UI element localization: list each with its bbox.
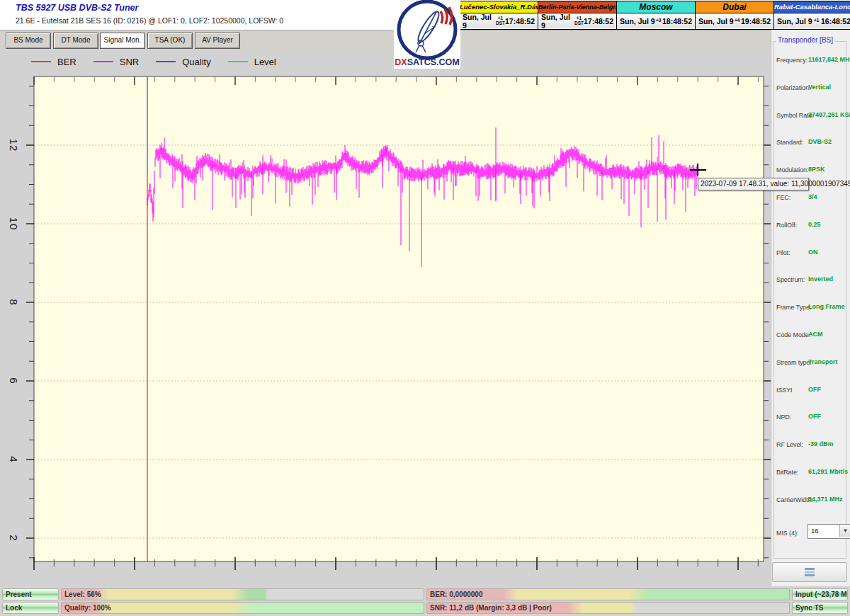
clock-lucenec: Lučenec-Slovakia_R.Dávid Sun, Jul 9 +1DS… [460, 1, 538, 29]
clock-hms: 18:48:52 [662, 17, 692, 25]
tp-row-frame-type: Frame Type:Long Frame [776, 298, 847, 326]
snr-time-plot[interactable] [0, 50, 771, 586]
tab-av-player[interactable]: AV Player [195, 33, 240, 49]
mis-select[interactable]: 16 ▼ [808, 524, 850, 539]
tab-bs-mode[interactable]: BS Mode [6, 33, 51, 49]
tp-row-fec: FEC:3/4 [776, 188, 847, 216]
clock-date: Sun, Jul 9 [620, 17, 655, 25]
clock-timezone: +4 [735, 18, 740, 23]
clock-hms: 17:48:52 [505, 17, 535, 25]
clock-timezone: +1DST [574, 16, 584, 25]
clock-dubai: Dubai Sun, Jul 9 +4 19:48:52 [695, 1, 774, 29]
y-axis-label-6: 6 [8, 368, 20, 394]
legend-quality: Quality [156, 57, 210, 67]
signal-monitor-chart-area: BER SNR Quality Level 12108642 [0, 50, 771, 586]
clock-city-label: Lučenec-Slovakia_R.Dávid [460, 1, 538, 13]
mode-tabbar: BS Mode DT Mode Signal Mon. TSA (OK) AV … [0, 30, 771, 50]
cursor-crosshair-v [697, 164, 698, 176]
clock-time: Sun, Jul 9 +3 18:48:52 [617, 13, 695, 28]
y-axis-label-2: 2 [8, 525, 20, 551]
window-title: TBS 5927 USB DVB-S2 Tuner [16, 3, 138, 13]
transponder-group-title: Transponder [BS] [776, 36, 835, 44]
chevron-down-icon[interactable]: ▼ [839, 525, 850, 537]
transponder-rows: Frequency:11617,842 MHz Polarization:Ver… [776, 51, 847, 545]
mis-selected-value: 16 [811, 527, 819, 535]
clock-date: Sun, Jul 9 [541, 13, 574, 30]
tp-row-standard: Standard:DVB-S2 [776, 133, 847, 161]
clock-time: Sun, Jul 9 +1 16:48:52 [774, 13, 850, 28]
level-line-swatch [228, 61, 248, 62]
signal-present-indicator: Present [2, 588, 59, 600]
clock-hms: 16:48:52 [821, 17, 850, 25]
satellite-dish-icon: DXSATCS.COM [394, 0, 460, 69]
tp-row-pilot: Pilot:ON [776, 244, 847, 271]
tab-signal-mon[interactable]: Signal Mon. [100, 33, 145, 49]
tab-tsa[interactable]: TSA (OK) [147, 33, 193, 49]
svg-text:DXSATCS.COM: DXSATCS.COM [395, 57, 459, 67]
ber-bar: BER: 0,0000000 [426, 588, 790, 600]
quality-bar: Quality: 100% [61, 602, 424, 614]
stream-list-icon [805, 568, 815, 576]
legend-snr: SNR [94, 57, 139, 67]
clock-hms: 19:48:52 [741, 17, 771, 25]
tp-row-mis: MIS (4): 16 ▼ [776, 524, 847, 545]
input-rate-indicator: Input (~23,78 Mbps) [792, 588, 848, 600]
tp-row-issyi: ISSYIOFF [776, 381, 847, 409]
sync-ts-indicator: Sync TS [792, 602, 848, 614]
clock-hms: 17:48:52 [584, 17, 613, 25]
tp-row-rf-level: RF Level:-39 dBm [776, 435, 847, 463]
tp-row-carrier-width: CarrierWidth:34,371 MHz [776, 491, 847, 518]
clock-city-label: Moscow [617, 1, 695, 13]
lock-indicator: Lock [2, 602, 59, 614]
chart-legend: BER SNR Quality Level [31, 55, 293, 68]
tp-row-stream-type: Stream type:Transport [776, 353, 847, 381]
snr-bar: SNR: 11,2 dB (Margin: 3,3 dB | Poor) [426, 602, 790, 614]
clock-time: Sun, Jul 9 +1DST 17:48:52 [538, 13, 616, 28]
tp-row-bitrate: BitRate:61,291 Mbit/s [776, 463, 847, 491]
clock-berlin: Berlin-Paris-Vienna-Belgrade Sun, Jul 9 … [538, 1, 616, 29]
ber-line-swatch [31, 61, 51, 62]
legend-level: Level [228, 57, 276, 67]
clock-date: Sun, Jul 9 [463, 13, 496, 30]
clock-time: Sun, Jul 9 +4 19:48:52 [696, 13, 774, 28]
transport-stream-button[interactable] [772, 562, 847, 582]
tp-row-polarization: Polarization:Vertical [776, 79, 847, 106]
clock-date: Sun, Jul 9 [698, 17, 734, 25]
transponder-sidebar: Transponder [BS] Frequency:11617,842 MHz… [771, 30, 850, 586]
clock-time: Sun, Jul 9 +1DST 17:48:52 [460, 13, 538, 28]
tp-row-code-mode: Code Mode:ACM [776, 326, 847, 353]
tp-row-symbol-rate: Symbol Rate:27497,261 KS/s [776, 106, 847, 134]
tp-row-rolloff: RollOff:0.25 [776, 216, 847, 244]
value-tooltip: 2023-07-09 17.48.31, value: 11,300000190… [698, 178, 809, 190]
tp-row-npd: NPD:OFF [776, 408, 847, 435]
clock-timezone: +1DST [496, 16, 505, 25]
tp-row-spectrum: Spectrum:Inverted [776, 270, 847, 298]
quality-line-swatch [156, 61, 176, 62]
y-axis-label-4: 4 [8, 447, 20, 472]
y-axis-label-10: 10 [8, 211, 20, 236]
dxsatcs-logo: DXSATCS.COM [394, 0, 460, 69]
y-axis-label-8: 8 [8, 290, 20, 315]
tp-row-frequency: Frequency:11617,842 MHz [776, 51, 847, 79]
clock-city-label: Rabat-Casablanca-London [774, 1, 850, 13]
world-clocks: Lučenec-Slovakia_R.Dávid Sun, Jul 9 +1DS… [459, 1, 850, 30]
clock-timezone: +3 [656, 18, 661, 23]
clock-rabat: Rabat-Casablanca-London Sun, Jul 9 +1 16… [774, 1, 850, 29]
clock-moscow: Moscow Sun, Jul 9 +3 18:48:52 [616, 1, 695, 29]
clock-city-label: Dubai [696, 1, 774, 13]
legend-ber: BER [31, 57, 76, 67]
clock-date: Sun, Jul 9 [777, 17, 812, 25]
level-bar: Level: 56% [61, 588, 424, 600]
clock-city-label: Berlin-Paris-Vienna-Belgrade [538, 1, 616, 13]
tuner-subtitle: 21.6E - Eutelsat 21B SES 16 (ID: 0216) @… [16, 16, 283, 25]
clock-timezone: +1 [814, 18, 819, 23]
snr-line-swatch [94, 61, 113, 62]
tab-dt-mode[interactable]: DT Mode [53, 33, 98, 49]
y-axis-label-12: 12 [8, 132, 20, 158]
